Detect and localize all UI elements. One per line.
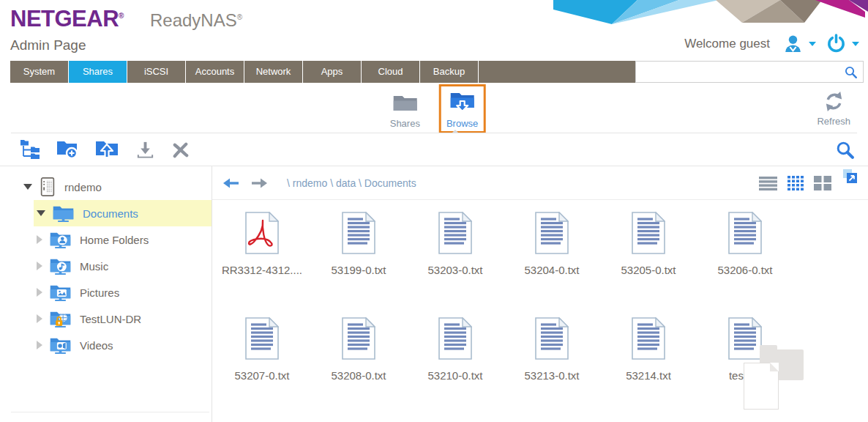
expander-open-icon[interactable] xyxy=(23,184,32,190)
tab-network[interactable]: Network xyxy=(244,61,303,83)
netgear-logo: NETGEAR® xyxy=(10,6,124,32)
file-browser-panel: \ rndemo \ data \ Documents xyxy=(212,166,868,422)
txt-file-icon xyxy=(438,212,472,254)
shares-ribbon: Shares Browse Refresh xyxy=(0,83,868,133)
browse-view-button[interactable]: Browse xyxy=(439,84,485,133)
expander-closed-icon[interactable] xyxy=(37,314,42,323)
grid-view-button[interactable] xyxy=(787,176,804,190)
tree-item-videos[interactable]: Videos xyxy=(0,332,212,358)
file-tile[interactable]: RR3312-4312.... xyxy=(214,212,310,306)
file-name: 53199-0.txt xyxy=(331,264,386,276)
tree-item-pictures[interactable]: Pictures xyxy=(0,279,212,306)
browse-view-label: Browse xyxy=(446,118,478,129)
file-name: 53207-0.txt xyxy=(234,369,289,382)
tab-apps[interactable]: Apps xyxy=(303,61,362,83)
new-folder-icon xyxy=(56,139,80,160)
folder-tree-icon xyxy=(19,139,41,160)
file-tile[interactable]: test.txt xyxy=(697,317,793,411)
txt-file-icon xyxy=(632,212,665,254)
tile-view-icon xyxy=(814,176,831,190)
breadcrumb-bar: \ rndemo \ data \ Documents xyxy=(212,166,868,200)
file-name: 53206-0.txt xyxy=(717,264,772,276)
search-icon[interactable] xyxy=(844,65,858,79)
file-tile[interactable]: 53203-0.txt xyxy=(407,212,504,306)
txt-file-icon xyxy=(535,212,569,254)
file-tile[interactable]: 53214.txt xyxy=(600,317,697,411)
expander-closed-icon[interactable] xyxy=(37,341,42,349)
tree-item-home-folders[interactable]: Home Folders xyxy=(0,226,212,253)
tile-view-button[interactable] xyxy=(814,176,831,190)
file-grid: RR3312-4312.... 53199-0.txt 53203-0.txt … xyxy=(212,200,868,411)
global-search-input[interactable] xyxy=(636,62,844,82)
refresh-button[interactable]: Refresh xyxy=(817,90,850,127)
txt-file-icon xyxy=(342,212,375,254)
popout-button[interactable] xyxy=(842,169,858,187)
delete-button[interactable] xyxy=(171,140,190,160)
list-view-icon xyxy=(759,177,777,190)
power-menu-caret[interactable] xyxy=(852,42,859,46)
file-search-button[interactable] xyxy=(835,140,855,160)
page-header: NETGEAR® ReadyNAS® Admin Page Welcome gu… xyxy=(0,0,868,61)
list-view-button[interactable] xyxy=(759,177,777,190)
file-tile[interactable]: 53204-0.txt xyxy=(504,212,600,306)
upload-button[interactable] xyxy=(94,139,120,160)
tab-accounts[interactable]: Accounts xyxy=(186,61,244,83)
expander-closed-icon[interactable] xyxy=(37,235,42,244)
file-name: 53208-0.txt xyxy=(331,369,386,382)
new-folder-button[interactable] xyxy=(56,139,80,160)
txt-file-icon xyxy=(728,212,762,254)
product-name: ReadyNAS® xyxy=(150,10,242,31)
music-folder-icon xyxy=(48,256,72,276)
tab-shares[interactable]: Shares xyxy=(69,61,127,83)
txt-file-icon xyxy=(632,317,665,360)
txt-file-icon xyxy=(728,317,762,360)
file-tile[interactable]: 53199-0.txt xyxy=(310,212,407,306)
upload-folder-icon xyxy=(94,139,120,160)
lun-folder-icon xyxy=(48,308,72,329)
folder-tree-button[interactable] xyxy=(19,139,41,160)
shares-view-button[interactable]: Shares xyxy=(383,86,427,133)
documents-folder-icon xyxy=(51,203,75,223)
file-tile[interactable]: 53213-0.txt xyxy=(504,317,600,411)
breadcrumb[interactable]: \ rndemo \ data \ Documents xyxy=(287,177,416,189)
user-icon[interactable] xyxy=(783,34,803,53)
delete-x-icon xyxy=(171,140,190,160)
tab-iscsi[interactable]: iSCSI xyxy=(127,61,186,83)
page-title: Admin Page xyxy=(10,37,86,53)
tree-item-music[interactable]: Music xyxy=(0,253,212,279)
file-tile[interactable]: 53205-0.txt xyxy=(600,212,697,306)
txt-file-icon xyxy=(245,317,279,360)
file-name: RR3312-4312.... xyxy=(222,264,302,276)
expander-closed-icon[interactable] xyxy=(37,262,42,270)
decorative-banner xyxy=(553,0,868,31)
tab-system[interactable]: System xyxy=(10,61,69,83)
power-icon[interactable] xyxy=(826,34,846,53)
download-icon xyxy=(135,139,156,160)
file-tile[interactable]: 53206-0.txt xyxy=(697,212,793,306)
forward-button[interactable] xyxy=(250,177,269,190)
expander-closed-icon[interactable] xyxy=(37,288,42,297)
download-button[interactable] xyxy=(135,139,156,160)
file-search-icon xyxy=(835,140,855,160)
file-name: 53210-0.txt xyxy=(427,369,482,382)
user-menu-caret[interactable] xyxy=(809,42,816,46)
tree-item-testlun-dr[interactable]: TestLUN-DR xyxy=(0,306,212,332)
back-button[interactable] xyxy=(221,177,240,190)
tree-item-documents[interactable]: Documents xyxy=(0,200,212,226)
home-folders-icon xyxy=(48,229,72,250)
txt-file-icon xyxy=(535,317,569,360)
global-search xyxy=(635,61,864,83)
file-tile[interactable]: 53210-0.txt xyxy=(407,317,504,411)
shares-view-label: Shares xyxy=(390,118,420,129)
tab-cloud[interactable]: Cloud xyxy=(362,61,420,83)
browse-folder-icon xyxy=(448,90,477,115)
file-tile[interactable]: 53207-0.txt xyxy=(214,317,310,411)
expander-open-icon[interactable] xyxy=(37,210,45,216)
tree-item-rndemo[interactable]: rndemo xyxy=(0,174,212,200)
file-name: 53205-0.txt xyxy=(621,264,676,276)
tab-backup[interactable]: Backup xyxy=(420,61,479,83)
file-actions-toolbar xyxy=(0,133,868,166)
txt-file-icon xyxy=(438,317,472,360)
registered-mark: ® xyxy=(237,13,242,21)
file-tile[interactable]: 53208-0.txt xyxy=(310,317,407,411)
